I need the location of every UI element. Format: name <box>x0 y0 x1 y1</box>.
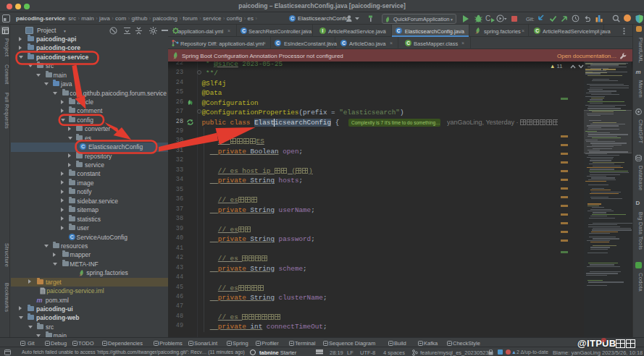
svg-text:C: C <box>485 14 490 22</box>
